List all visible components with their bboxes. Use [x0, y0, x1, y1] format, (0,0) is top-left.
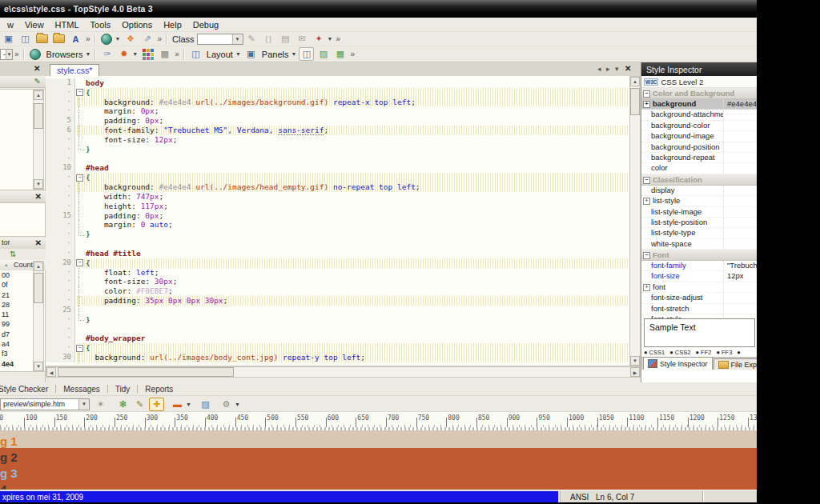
chevron-down-icon[interactable]: ▼: [132, 51, 138, 57]
menu-item-help[interactable]: Help: [158, 19, 187, 30]
code-line[interactable]: · float: left;: [46, 268, 629, 278]
close-tab-button[interactable]: ✕: [625, 64, 631, 73]
scrollbar-thumb[interactable]: [34, 273, 43, 303]
menu-item-options[interactable]: Options: [116, 19, 158, 30]
code-line[interactable]: 25: [46, 306, 629, 315]
grid-view-button[interactable]: ▦: [332, 47, 348, 61]
ink-stamp-icon[interactable]: ✑: [99, 47, 115, 61]
scroll-left-icon[interactable]: ◀: [46, 367, 56, 377]
property-row-color[interactable]: color: [641, 163, 757, 174]
browsers-globe-icon[interactable]: [28, 47, 43, 61]
chevron-down-icon[interactable]: ▼: [291, 51, 296, 57]
tab-scroll-right-icon[interactable]: ▸: [606, 65, 610, 73]
open-folder-icon[interactable]: [34, 32, 50, 46]
code-line[interactable]: 1body: [46, 78, 629, 88]
code-line[interactable]: ·: [46, 154, 629, 164]
export-folder-icon[interactable]: ➜: [51, 32, 66, 46]
panels-menu-button[interactable]: Panels: [262, 50, 289, 59]
code-line[interactable]: ·−{: [46, 88, 629, 98]
editor-hscrollbar[interactable]: ◀ ▶: [46, 366, 641, 378]
code-line[interactable]: 15 padding: 0px;: [46, 211, 629, 221]
scroll-down-icon[interactable]: ▼: [34, 179, 43, 189]
code-line[interactable]: ·#body_wrapper: [46, 334, 629, 343]
preview-file-combobox[interactable]: preview\simple.htm▼: [0, 398, 90, 410]
code-line[interactable]: 10#head: [46, 163, 629, 173]
browser-globe-icon[interactable]: [99, 32, 115, 46]
tab-style-inspector[interactable]: Style Inspector: [643, 357, 713, 370]
chevron-down-icon[interactable]: ▼: [235, 402, 240, 407]
palette-grid-icon[interactable]: [140, 47, 155, 61]
css-level-row[interactable]: W3C CSS Level 2: [641, 76, 757, 88]
code-line[interactable]: ·}: [46, 230, 629, 239]
editor-vscrollbar[interactable]: ▲ ▼: [629, 76, 641, 366]
collapse-icon[interactable]: −: [643, 90, 650, 98]
property-row-font-size-adjust[interactable]: font-size-adjust: [641, 293, 757, 303]
collapse-icon[interactable]: −: [643, 252, 650, 259]
menu-item-debug[interactable]: Debug: [187, 19, 224, 30]
property-row-background-position[interactable]: background-position: [641, 142, 757, 153]
chevron-down-icon[interactable]: ▼: [6, 50, 12, 59]
property-row-list-style-type[interactable]: list-style-type: [641, 228, 757, 238]
code-line[interactable]: 6 font-family: "Trebuchet MS", Verdana, …: [46, 126, 629, 135]
fold-column[interactable]: −: [75, 88, 85, 98]
scroll-up-icon[interactable]: ▲: [34, 262, 43, 271]
new-page-icon[interactable]: ❇: [115, 398, 131, 411]
mini-combobox[interactable]: -▼: [0, 49, 13, 60]
close-panel-icon[interactable]: ✕: [35, 238, 42, 247]
property-row-font-family[interactable]: font-family"Trebuche: [641, 261, 757, 271]
box-tool-icon[interactable]: ▬: [170, 398, 185, 411]
upload-site-icon[interactable]: ⇗: [140, 32, 155, 46]
code-editor[interactable]: 1body·−{· background: #e4e4e4 url(../ima…: [46, 76, 629, 366]
add-button[interactable]: ✚: [149, 398, 164, 411]
settings-gear-icon[interactable]: ⚙: [219, 398, 234, 411]
code-line[interactable]: · color: #F0EBE7;: [46, 286, 629, 296]
left-panel2-body[interactable]: [0, 202, 46, 237]
bottom-tab-reports[interactable]: Reports: [138, 385, 180, 394]
image-view-button[interactable]: ▨: [316, 47, 331, 61]
stamp-icon[interactable]: ▩: [157, 47, 172, 61]
toolbar-overflow-icon[interactable]: »: [173, 50, 181, 58]
edit-green-icon[interactable]: ✎: [34, 77, 41, 86]
chevron-down-icon[interactable]: ▼: [328, 36, 333, 42]
count-list-scrollbar[interactable]: ▲ ▼: [33, 261, 44, 372]
close-panel-icon[interactable]: ✕: [35, 192, 42, 201]
preview-document-icon[interactable]: A: [68, 32, 83, 46]
code-line[interactable]: · height: 117px;: [46, 202, 629, 211]
scrollbar-thumb[interactable]: [630, 88, 640, 115]
inspector-section-header[interactable]: −Font: [641, 250, 757, 261]
bottom-tab-tidy[interactable]: Tidy: [108, 385, 138, 394]
code-line[interactable]: ·−{: [46, 173, 629, 182]
publish-icon[interactable]: ❖: [123, 32, 139, 46]
property-row-font-size[interactable]: font-size12px: [641, 271, 757, 282]
expand-icon[interactable]: +: [643, 198, 650, 205]
left-panel-scrollbar[interactable]: ▲ ▼: [33, 90, 44, 190]
layout-icon[interactable]: ◫: [188, 47, 203, 61]
code-line[interactable]: · background: #e4e4e4 url(../images/back…: [46, 98, 629, 107]
property-row-white-space[interactable]: white-space: [641, 239, 757, 250]
scroll-down-icon[interactable]: ▼: [630, 356, 640, 366]
code-line[interactable]: 20−{: [46, 258, 629, 268]
code-line[interactable]: ·: [46, 239, 629, 249]
save-all-icon[interactable]: ◫: [18, 32, 33, 46]
property-row-background-image[interactable]: background-image: [641, 131, 757, 142]
class-combobox[interactable]: ▼: [197, 34, 243, 45]
inspector-section-header[interactable]: −Classification: [641, 174, 757, 186]
scroll-up-icon[interactable]: ▲: [34, 90, 43, 100]
flame-icon[interactable]: ✸: [116, 47, 131, 61]
image-tool-icon[interactable]: ▨: [198, 398, 213, 411]
fold-collapse-icon[interactable]: −: [76, 89, 83, 96]
fold-collapse-icon[interactable]: −: [76, 345, 83, 352]
save-icon[interactable]: ▣: [1, 32, 16, 46]
braces-icon[interactable]: { }: [261, 32, 276, 46]
print-icon[interactable]: ▤: [278, 32, 293, 46]
collapse-icon[interactable]: −: [643, 177, 650, 184]
scroll-right-icon[interactable]: ▶: [630, 367, 640, 377]
expand-icon[interactable]: +: [643, 284, 650, 291]
code-line[interactable]: · padding: 35px 0px 0px 30px;: [46, 296, 629, 306]
property-row-background-attachment[interactable]: background-attachment: [641, 110, 757, 120]
fold-column[interactable]: −: [75, 173, 85, 182]
property-row-font[interactable]: +font: [641, 282, 757, 293]
fold-collapse-icon[interactable]: −: [76, 259, 83, 266]
fold-column[interactable]: −: [75, 343, 85, 353]
toolbar-overflow-icon[interactable]: »: [156, 34, 164, 43]
